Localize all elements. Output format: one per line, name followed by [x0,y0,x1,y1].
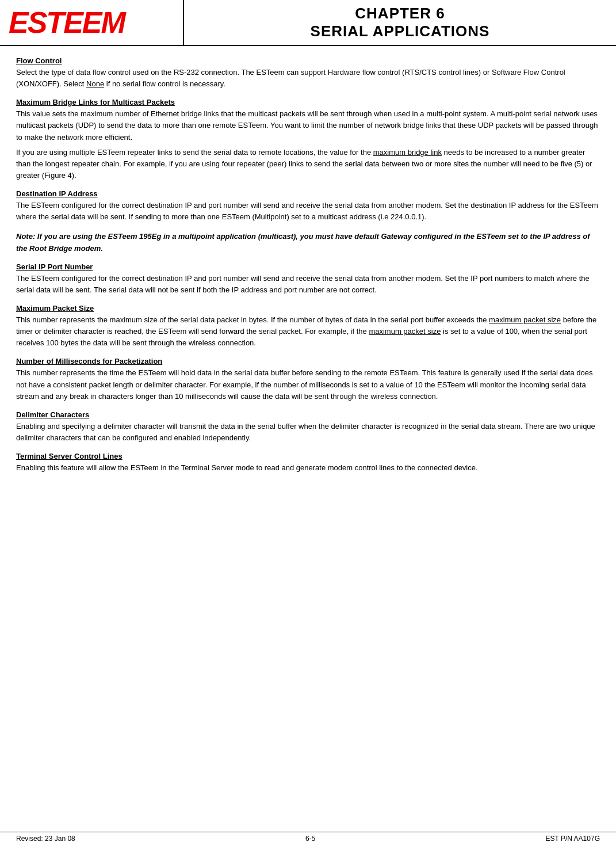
page-content: Flow Control Select the type of data flo… [0,46,616,492]
flow-control-title: Flow Control [16,56,600,65]
page-footer: Revised: 23 Jan 08 6-5 EST P/N AA107G [0,832,616,843]
chapter-label: CHAPTER 6 [355,5,445,22]
max-packet-para-1: This number represents the maximum size … [16,314,600,349]
max-bridge-para-1: This value sets the maximum number of Et… [16,108,600,143]
destination-ip-title: Destination IP Address [16,189,600,198]
max-packet-body: This number represents the maximum size … [16,314,600,349]
destination-ip-body: The ESTeem configured for the correct de… [16,200,600,223]
delimiter-title: Delimiter Characters [16,410,600,419]
flow-control-para-1: Select the type of data flow control use… [16,67,600,90]
section-multicast-note: Note: If you are using the ESTeem 195Eg … [16,231,600,254]
serial-ip-body: The ESTeem configured for the correct de… [16,273,600,296]
section-max-packet: Maximum Packet Size This number represen… [16,304,600,349]
section-delimiter: Delimiter Characters Enabling and specif… [16,410,600,444]
delimiter-para-1: Enabling and specifying a delimiter char… [16,421,600,444]
serial-ip-title: Serial IP Port Number [16,262,600,271]
max-bridge-title: Maximum Bridge Links for Multicast Packe… [16,98,600,106]
section-max-bridge: Maximum Bridge Links for Multicast Packe… [16,98,600,181]
terminal-server-body: Enabling this feature will allow the EST… [16,462,600,474]
milliseconds-body: This number represents the time the ESTe… [16,367,600,402]
destination-ip-para-1: The ESTeem configured for the correct de… [16,200,600,223]
footer-page: 6-5 [305,835,315,843]
max-bridge-body: This value sets the maximum number of Et… [16,108,600,181]
serial-ip-para-1: The ESTeem configured for the correct de… [16,273,600,296]
max-bridge-para-2: If you are using multiple ESTeem repeate… [16,147,600,181]
section-destination-ip: Destination IP Address The ESTeem config… [16,189,600,223]
max-packet-title: Maximum Packet Size [16,304,600,313]
logo-section: ESTEEM [0,0,184,45]
terminal-server-title: Terminal Server Control Lines [16,452,600,460]
company-logo: ESTEEM [9,5,125,40]
section-flow-control: Flow Control Select the type of data flo… [16,56,600,90]
chapter-title-section: CHAPTER 6 SERIAL APPLICATIONS [184,0,616,45]
section-terminal-server: Terminal Server Control Lines Enabling t… [16,452,600,474]
milliseconds-title: Number of Milliseconds for Packetization [16,357,600,365]
delimiter-body: Enabling and specifying a delimiter char… [16,421,600,444]
footer-part-number: EST P/N AA107G [545,835,600,843]
terminal-server-para-1: Enabling this feature will allow the EST… [16,462,600,474]
footer-revised: Revised: 23 Jan 08 [16,835,75,843]
section-serial-ip: Serial IP Port Number The ESTeem configu… [16,262,600,296]
milliseconds-para-1: This number represents the time the ESTe… [16,367,600,402]
multicast-note-body: Note: If you are using the ESTeem 195Eg … [16,231,600,254]
section-milliseconds: Number of Milliseconds for Packetization… [16,357,600,402]
multicast-note-text: Note: If you are using the ESTeem 195Eg … [16,231,600,254]
chapter-subtitle: SERIAL APPLICATIONS [311,22,490,40]
flow-control-body: Select the type of data flow control use… [16,67,600,90]
page-header: ESTEEM CHAPTER 6 SERIAL APPLICATIONS [0,0,616,46]
